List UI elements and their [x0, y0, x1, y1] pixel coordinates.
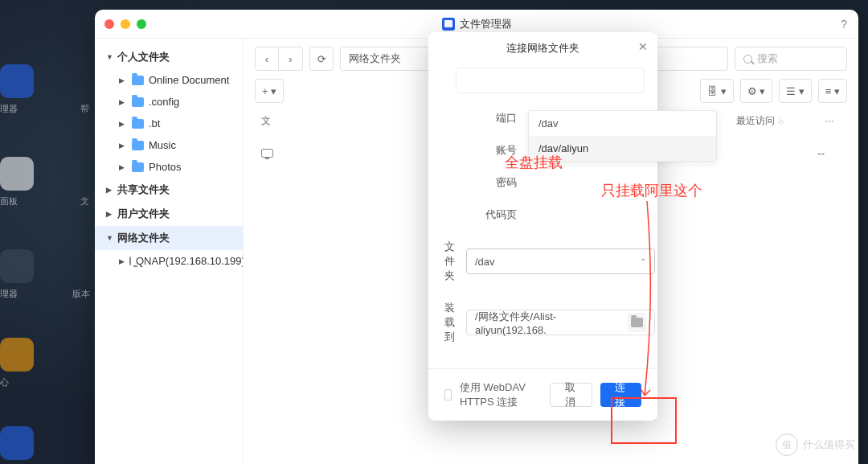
app-icon [442, 18, 455, 31]
refresh-button[interactable]: ⟳ [309, 47, 334, 71]
sidebar-item-photos[interactable]: ▶Photos [95, 156, 243, 178]
dock-label: 理器 [0, 103, 18, 115]
label-codepage: 代码页 [444, 207, 517, 222]
https-checkbox[interactable] [444, 389, 452, 400]
connect-network-modal: 连接网络文件夹 ✕ 端口 /dav /dav/aliyun [428, 32, 657, 421]
dock-label: 帮 [80, 103, 89, 115]
help-button[interactable]: ? [841, 18, 847, 31]
label-mount: 装载到 [444, 301, 455, 344]
dropdown-item-dav-aliyun[interactable]: /dav/aliyun [529, 136, 716, 161]
main-area: ‹ › ⟳ 网络文件夹 搜索 + ▾ 🗄 ▾ ⚙ ▾ ☰ ▾ ≡ ▾ 文 建日期… [244, 39, 858, 464]
connect-button[interactable]: 连接 [600, 383, 641, 407]
maximize-icon[interactable] [137, 19, 146, 29]
close-icon[interactable] [104, 19, 114, 29]
display-icon [261, 149, 273, 158]
dock-label: 面板 [0, 195, 18, 207]
settings-button[interactable]: ⚙ ▾ [740, 79, 773, 103]
dock-label: 理器 [0, 288, 18, 300]
mount-input[interactable]: /网络文件夹/Alist-aliyun(192.168. [466, 310, 655, 335]
input-top[interactable] [456, 68, 645, 93]
label-folder: 文件夹 [444, 240, 455, 283]
sort-button[interactable]: ☰ ▾ [779, 79, 812, 103]
traffic-lights[interactable] [104, 19, 146, 29]
cell-dash: -- [817, 147, 825, 159]
column-accessed[interactable]: 最近访问◇ [736, 114, 809, 128]
sidebar-group-personal[interactable]: ▼个人文件夹 [95, 45, 243, 69]
sidebar-group-network[interactable]: ▼网络文件夹 [95, 226, 243, 250]
folder-dropdown: /dav /dav/aliyun [528, 110, 717, 162]
filter-button[interactable]: ≡ ▾ [818, 79, 847, 103]
briefcase-button[interactable]: 🗄 ▾ [700, 79, 734, 103]
modal-title: 连接网络文件夹 [506, 41, 579, 55]
browse-folder-icon[interactable] [628, 313, 646, 332]
watermark: 值 什么值得买 [776, 433, 855, 456]
display-icon [129, 257, 131, 265]
label-account: 账号 [444, 143, 517, 158]
sidebar-item-online-document[interactable]: ▶Online Document [95, 69, 243, 91]
dock-label: 文 [80, 195, 89, 207]
search-input[interactable]: 搜索 [735, 47, 847, 71]
folder-select[interactable]: /dav⌃ [466, 248, 655, 274]
watermark-text: 什么值得买 [803, 437, 855, 452]
close-icon[interactable]: ✕ [638, 40, 648, 53]
dock-icon [0, 426, 34, 460]
dock-label: 版本 [72, 288, 90, 300]
sidebar-group-shared[interactable]: ▶共享文件夹 [95, 178, 243, 202]
file-manager-window: 文件管理器 ? ▼个人文件夹 ▶Online Document ▶.config… [95, 10, 858, 464]
dropdown-item-dav[interactable]: /dav [529, 111, 716, 136]
window-title: 文件管理器 [460, 17, 512, 31]
forward-button[interactable]: › [279, 47, 303, 71]
chevron-up-icon: ⌃ [640, 257, 646, 266]
dock-label: 心 [0, 376, 9, 388]
column-name[interactable]: 文 [261, 114, 271, 128]
sidebar-item-music[interactable]: ▶Music [95, 134, 243, 156]
back-button[interactable]: ‹ [255, 47, 279, 71]
sidebar-group-users[interactable]: ▶用户文件夹 [95, 202, 243, 226]
sidebar-item-config[interactable]: ▶.config [95, 91, 243, 113]
sidebar: ▼个人文件夹 ▶Online Document ▶.config ▶.bt ▶M… [95, 39, 244, 464]
watermark-icon: 值 [776, 433, 798, 456]
dock-icon [0, 64, 34, 98]
sidebar-item-qnap[interactable]: ▶QNAP(192.168.10.199) [95, 250, 243, 272]
cancel-button[interactable]: 取消 [550, 383, 592, 407]
minimize-icon[interactable] [121, 19, 130, 29]
label-port: 端口 [444, 111, 517, 125]
dock-icon [0, 338, 34, 372]
search-icon [743, 55, 752, 64]
add-button[interactable]: + ▾ [255, 79, 284, 103]
sidebar-item-bt[interactable]: ▶.bt [95, 113, 243, 134]
dock-icon [0, 157, 34, 191]
https-label: 使用 WebDAV HTTPS 连接 [460, 380, 534, 409]
dock-icon [0, 249, 34, 283]
label-password: 密码 [444, 175, 517, 190]
more-columns[interactable]: ⋯ [825, 116, 841, 127]
